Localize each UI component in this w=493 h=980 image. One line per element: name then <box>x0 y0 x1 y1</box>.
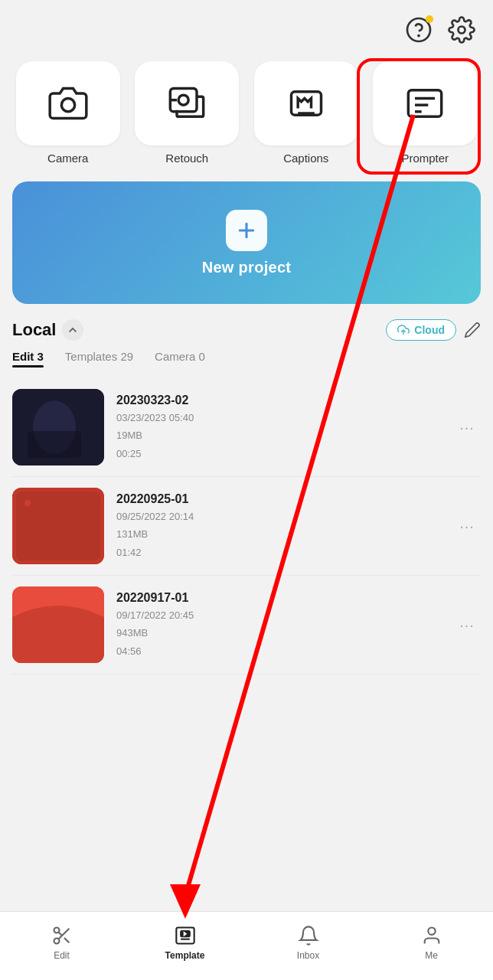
local-actions: Cloud <box>386 319 481 341</box>
nav-me-label: Me <box>425 950 438 961</box>
retouch-tool[interactable]: Retouch <box>132 61 243 165</box>
settings-icon-button[interactable] <box>446 14 478 46</box>
file-more-button[interactable]: ··· <box>453 518 481 535</box>
tab-camera[interactable]: Camera 0 <box>155 350 205 368</box>
file-date: 09/25/2022 20:14 <box>116 509 441 524</box>
template-icon <box>174 924 197 947</box>
file-thumbnail <box>12 488 104 564</box>
camera-label: Camera <box>47 152 88 165</box>
tool-grid: Camera Retouch Captions <box>0 54 493 177</box>
bell-icon <box>297 924 320 947</box>
retouch-label: Retouch <box>165 152 208 165</box>
svg-line-30 <box>64 937 68 942</box>
nav-inbox-label: Inbox <box>297 950 319 961</box>
prompter-label: Prompter <box>401 152 449 165</box>
tab-bar: Edit 3 Templates 29 Camera 0 <box>0 350 493 368</box>
file-name: 20220925-01 <box>116 492 441 506</box>
table-row[interactable]: 20220925-01 09/25/2022 20:14 131MB 01:42… <box>12 477 481 576</box>
svg-point-36 <box>428 927 435 934</box>
local-title: Local <box>12 320 56 340</box>
new-project-plus-icon <box>226 210 267 251</box>
tab-templates[interactable]: Templates 29 <box>65 350 133 368</box>
svg-rect-19 <box>28 431 81 458</box>
file-name: 20230323-02 <box>116 394 441 407</box>
cloud-button[interactable]: Cloud <box>386 319 456 341</box>
help-icon-button[interactable] <box>403 14 435 46</box>
file-more-button[interactable]: ··· <box>453 616 481 634</box>
retouch-icon-box <box>135 61 239 145</box>
header <box>0 0 493 54</box>
nav-edit[interactable]: Edit <box>0 924 123 961</box>
notification-dot <box>426 15 433 23</box>
nav-me[interactable]: Me <box>370 924 493 961</box>
captions-label: Captions <box>283 152 328 165</box>
new-project-label: New project <box>202 259 292 276</box>
cloud-button-label: Cloud <box>414 324 445 336</box>
file-info: 20220917-01 09/17/2022 20:45 943MB 04:56 <box>116 591 441 659</box>
file-date: 09/17/2022 20:45 <box>116 608 441 623</box>
local-header: Local Cloud <box>0 319 493 350</box>
file-thumbnail <box>12 389 104 466</box>
prompter-tool[interactable]: Prompter <box>370 61 482 165</box>
svg-point-3 <box>61 99 74 112</box>
svg-rect-7 <box>291 92 321 115</box>
tab-camera-label: Camera 0 <box>155 350 205 363</box>
tab-templates-label: Templates 29 <box>65 350 133 363</box>
bottom-nav: Edit Template Inbox Me <box>0 911 493 980</box>
nav-inbox[interactable]: Inbox <box>246 924 370 961</box>
file-size: 943MB <box>116 626 441 641</box>
table-row[interactable]: 20220917-01 09/17/2022 20:45 943MB 04:56… <box>12 576 481 675</box>
nav-edit-label: Edit <box>54 950 70 961</box>
svg-point-5 <box>178 95 188 105</box>
svg-rect-9 <box>409 90 442 117</box>
file-more-button[interactable]: ··· <box>453 419 481 436</box>
tab-edit-label: Edit 3 <box>12 350 44 363</box>
svg-point-2 <box>459 27 465 34</box>
camera-icon-box <box>16 61 120 145</box>
file-info: 20230323-02 03/23/2023 05:40 19MB 00:25 <box>116 394 441 462</box>
file-duration: 01:42 <box>116 545 441 560</box>
person-icon <box>420 924 443 947</box>
svg-point-27 <box>54 927 59 933</box>
local-title-group: Local <box>12 319 83 341</box>
local-sort-button[interactable] <box>62 319 83 341</box>
file-list: 20230323-02 03/23/2023 05:40 19MB 00:25 … <box>0 378 493 675</box>
file-size: 19MB <box>116 428 441 443</box>
svg-line-31 <box>58 932 62 936</box>
camera-tool[interactable]: Camera <box>12 61 124 165</box>
file-date: 03/23/2023 05:40 <box>116 410 441 426</box>
scissors-icon <box>51 924 73 947</box>
captions-tool[interactable]: Captions <box>250 61 362 165</box>
edit-pencil-button[interactable] <box>464 322 481 338</box>
tab-edit[interactable]: Edit 3 <box>12 350 44 368</box>
svg-point-22 <box>24 500 31 506</box>
svg-point-28 <box>54 938 59 943</box>
file-duration: 00:25 <box>116 446 441 462</box>
captions-icon-box <box>254 61 358 145</box>
file-info: 20220925-01 09/25/2022 20:14 131MB 01:42 <box>116 492 441 560</box>
file-name: 20220917-01 <box>116 591 441 605</box>
file-size: 131MB <box>116 527 441 542</box>
file-duration: 04:56 <box>116 644 441 659</box>
nav-template[interactable]: Template <box>123 924 246 961</box>
file-thumbnail <box>12 586 104 663</box>
prompter-icon-box <box>373 61 477 145</box>
nav-template-label: Template <box>165 950 205 961</box>
new-project-banner[interactable]: New project <box>12 181 481 304</box>
table-row[interactable]: 20230323-02 03/23/2023 05:40 19MB 00:25 … <box>12 378 481 477</box>
